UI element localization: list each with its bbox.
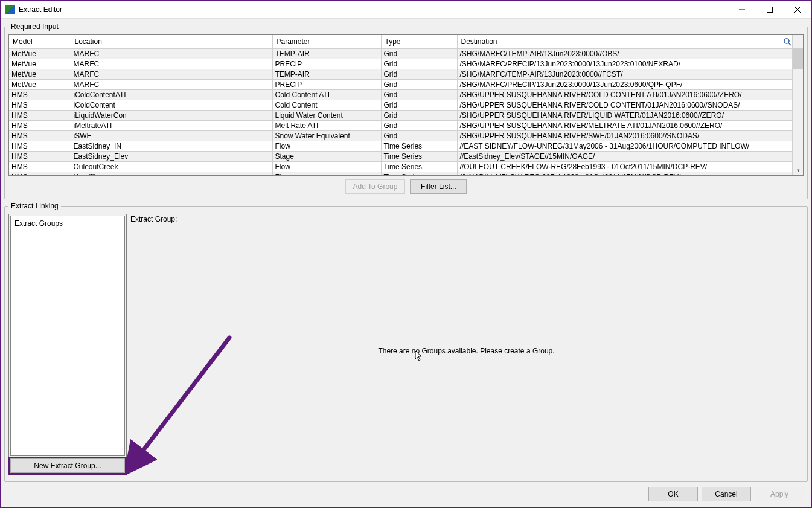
- required-input-table[interactable]: Model Location Parameter Type Destinatio…: [8, 34, 804, 176]
- cell-type: Grid: [381, 79, 457, 89]
- cell-model: MetVue: [9, 59, 71, 69]
- svg-point-4: [784, 39, 789, 43]
- cell-dest: //UNADILLA/FLOW-REG/28Feb1993 - 01Oct201…: [457, 172, 793, 175]
- cell-type: Grid: [381, 130, 457, 141]
- cell-dest: /SHG/UPPER SUSQUEHANNA RIVER/COLD CONTEN…: [457, 100, 793, 110]
- cell-parameter: Flow: [272, 172, 381, 175]
- extract-linking-legend: Extract Linking: [8, 202, 61, 210]
- cell-parameter: Snow Water Equivalent: [272, 130, 381, 141]
- col-destination[interactable]: Destination: [457, 35, 793, 48]
- cell-location: OuleoutCreek: [71, 161, 272, 172]
- cell-parameter: PRECIP: [272, 59, 381, 69]
- table-row[interactable]: MetVueMARFCTEMP-AIRGrid/SHG/MARFC/TEMP-A…: [9, 69, 793, 79]
- search-icon[interactable]: [782, 37, 792, 47]
- table-row[interactable]: HMSiLiquidWaterConLiquid Water ContentGr…: [9, 110, 793, 120]
- cell-model: HMS: [9, 89, 71, 100]
- table-row[interactable]: HMSUnadillaFlowTime Series//UNADILLA/FLO…: [9, 172, 793, 175]
- svg-rect-1: [767, 7, 773, 12]
- cell-type: Grid: [381, 120, 457, 130]
- cell-dest: /SHG/MARFC/PRECIP/13Jun2023:0000/13Jun20…: [457, 59, 793, 69]
- col-type[interactable]: Type: [381, 35, 457, 48]
- cell-dest: /SHG/UPPER SUSQUEHANNA RIVER/COLD CONTEN…: [457, 89, 793, 100]
- add-to-group-button[interactable]: Add To Group: [345, 179, 406, 194]
- cell-location: MARFC: [71, 79, 272, 89]
- svg-line-5: [788, 43, 791, 45]
- extract-group-detail: There are no Groups available. Please cr…: [129, 227, 804, 475]
- cell-location: MARFC: [71, 48, 272, 59]
- cell-model: HMS: [9, 130, 71, 141]
- extract-linking-group: Extract Linking Extract Groups New Extra…: [4, 202, 808, 482]
- table-row[interactable]: HMSiMeltrateATIMelt Rate ATIGrid/SHG/UPP…: [9, 120, 793, 130]
- required-input-legend: Required Input: [8, 22, 61, 31]
- extract-groups-panel: Extract Groups New Extract Group...: [8, 214, 127, 475]
- cell-parameter: Melt Rate ATI: [272, 120, 381, 130]
- cell-dest: /SHG/MARFC/PRECIP/13Jun2023:0000/13Jun20…: [457, 79, 793, 89]
- cell-type: Grid: [381, 69, 457, 79]
- cell-dest: /SHG/UPPER SUSQUEHANNA RIVER/LIQUID WATE…: [457, 110, 793, 120]
- cancel-button[interactable]: Cancel: [702, 487, 751, 501]
- cell-type: Grid: [381, 110, 457, 120]
- extract-groups-header: Extract Groups: [12, 217, 123, 230]
- cell-model: MetVue: [9, 79, 71, 89]
- minimize-button[interactable]: [728, 1, 756, 19]
- cell-dest: /SHG/MARFC/TEMP-AIR/13Jun2023:0000//OBS/: [457, 48, 793, 59]
- filter-list-button[interactable]: Filter List...: [410, 179, 467, 194]
- extract-groups-list[interactable]: Extract Groups: [10, 216, 125, 456]
- cell-parameter: Liquid Water Content: [272, 110, 381, 120]
- cell-dest: /SHG/MARFC/TEMP-AIR/13Jun2023:0000//FCST…: [457, 69, 793, 79]
- window-title: Extract Editor: [19, 5, 62, 14]
- cell-type: Grid: [381, 100, 457, 110]
- cell-location: MARFC: [71, 59, 272, 69]
- close-button[interactable]: [784, 1, 811, 19]
- col-parameter[interactable]: Parameter: [272, 35, 381, 48]
- cell-model: MetVue: [9, 48, 71, 59]
- cell-dest: /SHG/UPPER SUSQUEHANNA RIVER/MELTRATE AT…: [457, 120, 793, 130]
- cell-dest: //OULEOUT CREEK/FLOW-REG/28Feb1993 - 01O…: [457, 161, 793, 172]
- cell-parameter: Flow: [272, 141, 381, 151]
- table-row[interactable]: HMSOuleoutCreekFlowTime Series//OULEOUT …: [9, 161, 793, 172]
- vertical-scrollbar[interactable]: ▾: [793, 35, 803, 175]
- cell-model: HMS: [9, 110, 71, 120]
- scroll-down-icon[interactable]: ▾: [793, 165, 803, 175]
- cell-dest: //EAST SIDNEY/FLOW-UNREG/31May2006 - 31A…: [457, 141, 793, 151]
- table-row[interactable]: HMSiSWESnow Water EquivalentGrid/SHG/UPP…: [9, 130, 793, 141]
- cell-location: iMeltrateATI: [71, 120, 272, 130]
- cell-location: iColdContentATI: [71, 89, 272, 100]
- cell-model: HMS: [9, 100, 71, 110]
- cell-parameter: PRECIP: [272, 79, 381, 89]
- cell-model: HMS: [9, 151, 71, 161]
- table-row[interactable]: HMSEastSidney_INFlowTime Series//EAST SI…: [9, 141, 793, 151]
- extract-editor-window: Extract Editor Required Input: [0, 0, 812, 508]
- cell-type: Time Series: [381, 161, 457, 172]
- cell-type: Grid: [381, 89, 457, 100]
- cell-type: Time Series: [381, 141, 457, 151]
- empty-groups-message: There are no Groups available. Please cr…: [378, 347, 554, 355]
- cell-location: Unadilla: [71, 172, 272, 175]
- cell-model: HMS: [9, 172, 71, 175]
- table-row[interactable]: MetVueMARFCPRECIPGrid/SHG/MARFC/PRECIP/1…: [9, 59, 793, 69]
- cell-parameter: Stage: [272, 151, 381, 161]
- cell-location: iLiquidWaterCon: [71, 110, 272, 120]
- table-row[interactable]: HMSiColdContentATICold Content ATIGrid/S…: [9, 89, 793, 100]
- titlebar[interactable]: Extract Editor: [1, 1, 811, 19]
- cell-location: EastSidney_IN: [71, 141, 272, 151]
- table-row[interactable]: MetVueMARFCPRECIPGrid/SHG/MARFC/PRECIP/1…: [9, 79, 793, 89]
- cell-location: iSWE: [71, 130, 272, 141]
- table-row[interactable]: HMSEastSidney_ElevStageTime Series//East…: [9, 151, 793, 161]
- cell-type: Grid: [381, 59, 457, 69]
- ok-button[interactable]: OK: [648, 487, 698, 501]
- col-model[interactable]: Model: [9, 35, 71, 48]
- new-extract-group-button[interactable]: New Extract Group...: [10, 458, 125, 473]
- table-row[interactable]: HMSiColdContentCold ContentGrid/SHG/UPPE…: [9, 100, 793, 110]
- maximize-button[interactable]: [756, 1, 784, 19]
- cell-model: HMS: [9, 120, 71, 130]
- apply-button[interactable]: Apply: [755, 487, 804, 501]
- cell-parameter: Cold Content: [272, 100, 381, 110]
- cell-model: HMS: [9, 141, 71, 151]
- cell-parameter: Cold Content ATI: [272, 89, 381, 100]
- cell-type: Time Series: [381, 151, 457, 161]
- table-row[interactable]: MetVueMARFCTEMP-AIRGrid/SHG/MARFC/TEMP-A…: [9, 48, 793, 59]
- cell-model: MetVue: [9, 69, 71, 79]
- col-location[interactable]: Location: [71, 35, 272, 48]
- cell-dest: //EastSidney_Elev/STAGE//15MIN/GAGE/: [457, 151, 793, 161]
